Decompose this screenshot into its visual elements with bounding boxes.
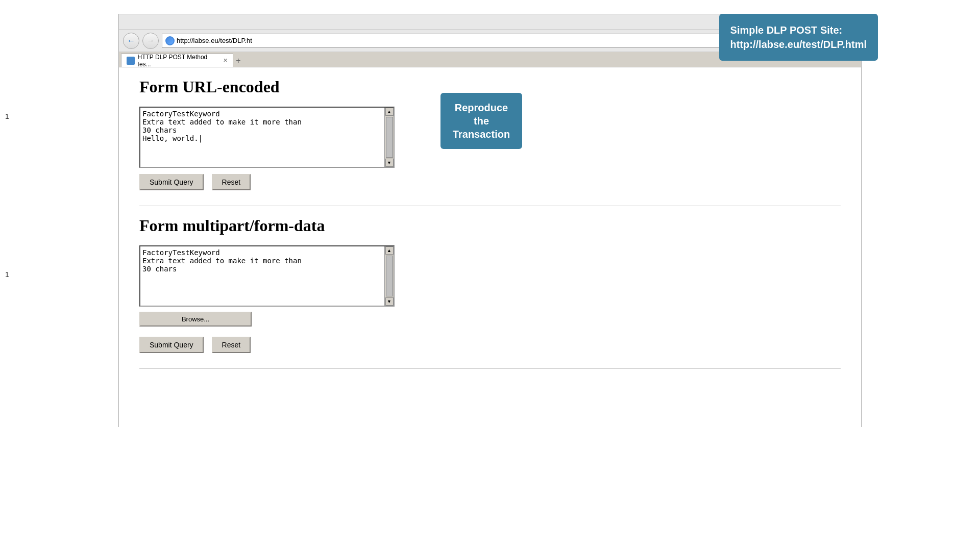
scroll-thumb[interactable] — [386, 117, 393, 158]
scroll-down-arrow[interactable]: ▼ — [385, 159, 394, 167]
form2-buttons: Submit Query Reset — [139, 337, 841, 353]
form1-buttons: Submit Query Reset — [139, 174, 395, 190]
address-bar: 🔍 ▼ ↻ — [162, 34, 791, 48]
form1-textarea-wrapper: FactoryTestKeyword Extra text added to m… — [139, 107, 395, 168]
tab-label: HTTP DLP POST Method tes... — [138, 54, 220, 68]
scroll-down-arrow-2[interactable]: ▼ — [385, 297, 394, 306]
scroll-up-arrow-2[interactable]: ▲ — [385, 246, 394, 255]
address-input[interactable] — [177, 37, 761, 44]
browser-icon — [165, 36, 175, 45]
new-tab-button[interactable]: + — [233, 55, 243, 67]
scroll-thumb-2[interactable] — [386, 256, 393, 296]
browse-button[interactable]: Browse... — [139, 312, 252, 327]
tooltip-line2: http://labse.eu/test/DLP.html — [730, 39, 867, 50]
form2-scrollbar[interactable]: ▲ ▼ — [384, 246, 394, 306]
sidebar-number-2: 1 — [5, 270, 9, 279]
reproduce-tooltip: Simple DLP POST Site: http://labse.eu/te… — [719, 14, 878, 61]
section-divider-2 — [139, 368, 841, 369]
form1-scrollbar[interactable]: ▲ ▼ — [384, 108, 394, 167]
form1-submit-button[interactable]: Submit Query — [139, 174, 204, 190]
form2-reset-button[interactable]: Reset — [212, 337, 251, 353]
form2-textarea-wrapper: FactoryTestKeyword Extra text added to m… — [139, 245, 395, 307]
sidebar-number-1: 1 — [5, 112, 9, 120]
tab-active[interactable]: HTTP DLP POST Method tes... ✕ — [121, 54, 233, 67]
forward-button[interactable]: → — [142, 33, 159, 49]
tab-favicon — [127, 57, 135, 65]
form2-submit-button[interactable]: Submit Query — [139, 337, 204, 353]
page-content: Form URL-encoded FactoryTestKeyword Extr… — [119, 67, 861, 427]
tab-close-button[interactable]: ✕ — [223, 57, 228, 64]
section2-title: Form multipart/form-data — [139, 216, 841, 235]
form1-textarea[interactable]: FactoryTestKeyword Extra text added to m… — [140, 108, 384, 167]
reproduce-transaction-button[interactable]: Reproduce theTransaction — [440, 93, 522, 149]
back-button[interactable]: ← — [123, 33, 139, 49]
section-divider-1 — [139, 206, 841, 206]
scroll-up-arrow[interactable]: ▲ — [385, 108, 394, 116]
form-multipart-section: Form multipart/form-data FactoryTestKeyw… — [139, 216, 841, 353]
form-url-encoded-section: Form URL-encoded FactoryTestKeyword Extr… — [139, 78, 841, 190]
tooltip-line1: Simple DLP POST Site: — [730, 24, 843, 36]
browser-window: — □ ✕ ← → 🔍 ▼ ↻ 🏠 ☆ ⚙ 😊 HTTP DLP POST Me… — [118, 14, 862, 427]
form2-textarea[interactable]: FactoryTestKeyword Extra text added to m… — [140, 246, 384, 306]
form1-reset-button[interactable]: Reset — [212, 174, 251, 190]
